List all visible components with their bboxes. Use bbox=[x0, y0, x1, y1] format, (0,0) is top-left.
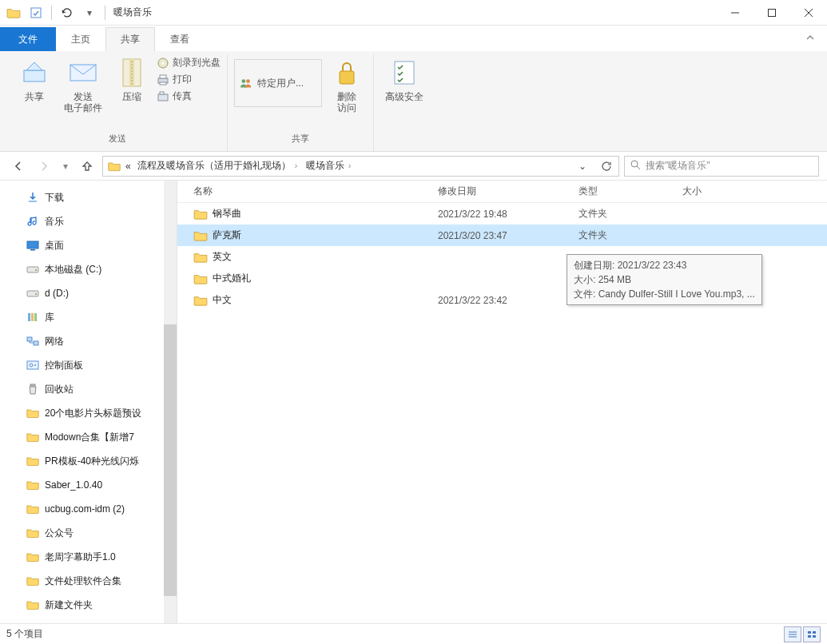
tab-home[interactable]: 主页 bbox=[56, 27, 105, 51]
search-box[interactable]: 搜索"暖场音乐" bbox=[624, 156, 819, 177]
drive-icon bbox=[26, 262, 40, 276]
nav-item-label: 回收站 bbox=[45, 383, 74, 396]
lib-icon bbox=[26, 310, 40, 324]
nav-item[interactable]: 新建文件夹 bbox=[6, 593, 177, 617]
column-headers[interactable]: 名称 修改日期 类型 大小 bbox=[177, 181, 827, 203]
folder-icon bbox=[26, 598, 40, 612]
tab-view[interactable]: 查看 bbox=[155, 27, 205, 51]
nav-forward-button[interactable] bbox=[34, 156, 54, 177]
compress-button[interactable]: 压缩 bbox=[112, 54, 152, 105]
svg-rect-44 bbox=[808, 635, 811, 638]
fax-icon bbox=[157, 90, 169, 103]
folder-icon bbox=[193, 209, 213, 220]
nav-item[interactable]: 公众号 bbox=[6, 521, 177, 545]
col-date[interactable]: 修改日期 bbox=[438, 185, 579, 198]
nav-item[interactable]: 库 bbox=[6, 305, 177, 329]
nav-item-label: ucbug.com-idm (2) bbox=[45, 503, 125, 515]
share-button[interactable]: 共享 bbox=[14, 54, 54, 105]
nav-up-button[interactable] bbox=[77, 156, 97, 177]
file-row[interactable]: 钢琴曲2021/3/22 19:48文件夹 bbox=[177, 203, 827, 225]
svg-rect-13 bbox=[160, 75, 166, 78]
nav-item[interactable]: 控制面板 bbox=[6, 353, 177, 377]
svg-rect-26 bbox=[27, 267, 38, 272]
close-button[interactable] bbox=[790, 0, 827, 26]
ctrl-icon bbox=[26, 358, 40, 372]
folder-icon bbox=[26, 574, 40, 588]
svg-point-17 bbox=[241, 79, 245, 83]
nav-item[interactable]: 下载 bbox=[6, 185, 177, 209]
maximize-button[interactable] bbox=[753, 0, 790, 26]
file-type: 文件夹 bbox=[579, 229, 682, 242]
nav-pane[interactable]: 下载音乐桌面本地磁盘 (C:)d (D:)库网络控制面板回收站20个电影片头标题… bbox=[0, 181, 177, 623]
remove-access-label: 删除 访问 bbox=[337, 91, 356, 113]
nav-item[interactable]: 音乐 bbox=[6, 209, 177, 233]
email-icon bbox=[68, 58, 98, 88]
file-row[interactable]: 萨克斯2021/3/20 23:47文件夹 bbox=[177, 225, 827, 246]
breadcrumb-ellipsis[interactable]: « bbox=[124, 161, 133, 172]
breadcrumb-current[interactable]: 暖场音乐› bbox=[304, 159, 355, 173]
view-icons-button[interactable] bbox=[803, 626, 821, 642]
nav-item[interactable]: PR模板-40种光线闪烁 bbox=[6, 449, 177, 473]
address-dropdown-icon[interactable]: ⌄ bbox=[572, 156, 593, 177]
svg-rect-45 bbox=[813, 635, 816, 638]
nav-item[interactable]: 桌面 bbox=[6, 233, 177, 257]
breadcrumb-parent[interactable]: 流程及暖场音乐（适用于婚礼现场）› bbox=[136, 159, 301, 173]
minimize-button[interactable] bbox=[717, 0, 753, 26]
view-details-button[interactable] bbox=[784, 626, 801, 642]
svg-point-29 bbox=[35, 293, 37, 295]
print[interactable]: 打印 bbox=[157, 73, 221, 86]
net-icon bbox=[26, 334, 40, 348]
col-size[interactable]: 大小 bbox=[682, 185, 762, 198]
nav-scrollbar-thumb[interactable] bbox=[164, 324, 177, 596]
ribbon-group-send: 共享 发送 电子邮件 压缩 刻录到光盘 bbox=[8, 54, 228, 151]
burn-to-disc[interactable]: 刻录到光盘 bbox=[157, 56, 221, 70]
folder-icon bbox=[26, 406, 40, 420]
email-button[interactable]: 发送 电子邮件 bbox=[59, 54, 107, 117]
fax[interactable]: 传真 bbox=[157, 89, 221, 103]
nav-item[interactable]: 文件处理软件合集 bbox=[6, 569, 177, 593]
nav-item[interactable]: Saber_1.0.40 bbox=[6, 473, 177, 497]
col-name[interactable]: 名称 bbox=[193, 185, 438, 198]
qat-properties-icon[interactable] bbox=[27, 4, 45, 22]
nav-item[interactable]: d (D:) bbox=[6, 281, 177, 305]
nav-item[interactable]: ucbug.com-idm (2) bbox=[6, 497, 177, 521]
address-bar[interactable]: « 流程及暖场音乐（适用于婚礼现场）› 暖场音乐› ⌄ bbox=[102, 156, 619, 177]
svg-rect-32 bbox=[34, 313, 37, 321]
svg-rect-5 bbox=[24, 70, 45, 81]
folder-icon bbox=[193, 273, 213, 284]
title-bar: ▾ 暖场音乐 bbox=[0, 0, 827, 26]
refresh-button[interactable] bbox=[596, 156, 617, 177]
desktop-icon bbox=[26, 238, 40, 252]
remove-access-button[interactable]: 删除 访问 bbox=[327, 54, 367, 117]
file-list[interactable]: 钢琴曲2021/3/22 19:48文件夹萨克斯2021/3/20 23:47文… bbox=[177, 203, 827, 623]
specific-users[interactable]: 特定用户... bbox=[234, 59, 322, 107]
content-pane: 名称 修改日期 类型 大小 钢琴曲2021/3/22 19:48文件夹萨克斯20… bbox=[177, 181, 827, 623]
folder-icon bbox=[26, 550, 40, 564]
qat-dropdown-icon[interactable]: ▾ bbox=[81, 4, 98, 22]
ribbon-group-security-spacer bbox=[403, 131, 405, 145]
users-icon bbox=[240, 77, 252, 89]
search-placeholder: 搜索"暖场音乐" bbox=[646, 159, 710, 173]
collapse-ribbon-icon[interactable] bbox=[805, 32, 816, 46]
tab-share[interactable]: 共享 bbox=[105, 27, 155, 51]
nav-item-label: d (D:) bbox=[45, 288, 69, 299]
nav-item-label: Modown合集【新增7 bbox=[45, 431, 134, 444]
nav-item[interactable]: 20个电影片头标题预设 bbox=[6, 401, 177, 425]
nav-item[interactable]: Modown合集【新增7 bbox=[6, 425, 177, 449]
nav-item[interactable]: 回收站 bbox=[6, 377, 177, 401]
col-type[interactable]: 类型 bbox=[579, 185, 682, 198]
svg-rect-33 bbox=[27, 337, 32, 341]
tab-file[interactable]: 文件 bbox=[0, 27, 56, 51]
nav-back-button[interactable] bbox=[8, 156, 29, 177]
qat-undo-icon[interactable] bbox=[58, 4, 76, 22]
nav-item-label: 网络 bbox=[45, 335, 64, 348]
nav-item[interactable]: 网络 bbox=[6, 329, 177, 353]
svg-rect-19 bbox=[340, 71, 354, 84]
file-date: 2021/3/22 23:42 bbox=[438, 295, 579, 306]
status-bar: 5 个项目 bbox=[0, 623, 827, 644]
file-name: 英文 bbox=[213, 250, 438, 264]
nav-item[interactable]: 老周字幕助手1.0 bbox=[6, 545, 177, 569]
nav-recent-dropdown[interactable]: ▾ bbox=[59, 156, 72, 177]
advanced-security-button[interactable]: 高级安全 bbox=[380, 54, 428, 105]
nav-item[interactable]: 本地磁盘 (C:) bbox=[6, 257, 177, 281]
